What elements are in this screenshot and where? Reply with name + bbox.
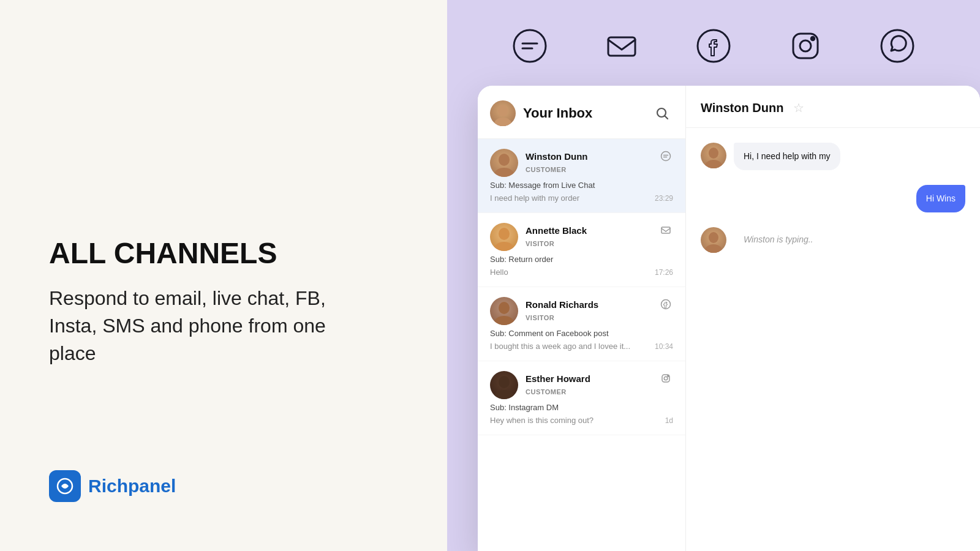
msg-avatar-typing (701, 227, 726, 253)
conv-subject-winston: Sub: Message from Live Chat (490, 181, 673, 190)
conv-info-esther: Esther Howard CUSTOMER (526, 371, 673, 397)
conv-avatar-ronald (490, 297, 518, 325)
svg-point-11 (499, 154, 510, 166)
conv-avatar-winston (490, 149, 518, 177)
conv-badge-winston: CUSTOMER (526, 166, 567, 173)
conv-item-ronald[interactable]: Ronald Richards VISITOR (478, 287, 685, 361)
svg-point-28 (705, 244, 722, 253)
conv-subject-ronald: Sub: Comment on Facebook post (490, 329, 673, 338)
conv-info-annette: Annette Black VISITOR (526, 223, 673, 249)
brand-logo-icon (55, 476, 75, 496)
facebook-channel-icon[interactable] (692, 24, 735, 67)
conv-preview-winston: I need help with my order (490, 193, 650, 203)
svg-rect-16 (662, 227, 670, 233)
conv-avatar-annette (490, 223, 518, 251)
brand: Richpanel (49, 470, 398, 502)
search-button[interactable] (651, 102, 673, 124)
svg-point-5 (800, 40, 811, 51)
conv-name-esther: Esther Howard (526, 373, 590, 384)
whatsapp-channel-icon[interactable] (876, 24, 919, 67)
left-content: ALL CHANNELS Respond to email, live chat… (49, 238, 398, 367)
brand-name: Richpanel (88, 476, 176, 497)
svg-point-21 (494, 390, 514, 399)
msg-avatar-winston (701, 143, 726, 168)
message-row-outgoing: Hi Wins (701, 185, 965, 212)
conv-channel-fb-icon (658, 297, 673, 312)
conv-time-annette: 17:26 (655, 268, 673, 277)
svg-point-20 (499, 376, 510, 388)
message-row-incoming: Hi, I need help with my (701, 143, 965, 170)
conv-time-winston: 23:29 (655, 194, 673, 203)
svg-point-13 (662, 152, 671, 161)
conv-preview-esther: Hey when is this coming out? (490, 416, 660, 425)
svg-point-3 (698, 30, 729, 62)
svg-point-8 (498, 105, 508, 116)
svg-point-17 (499, 302, 510, 314)
conv-channel-insta-icon (658, 371, 673, 386)
conv-time-ronald: 10:34 (655, 342, 673, 351)
conversation-list: Winston Dunn CUSTOMER S (478, 139, 685, 551)
typing-row: Winston is typing.. (701, 227, 965, 253)
svg-point-9 (494, 118, 511, 126)
msg-bubble-outgoing: Hi Wins (916, 185, 965, 212)
inbox-panel: Your Inbox (478, 86, 686, 551)
conv-name-ronald: Ronald Richards (526, 299, 598, 310)
conv-info-ronald: Ronald Richards VISITOR (526, 297, 673, 323)
conv-preview-annette: Hello (490, 268, 650, 277)
conv-item-annette[interactable]: Annette Black VISITOR S (478, 213, 685, 287)
headline: ALL CHANNELS (49, 238, 398, 270)
instagram-channel-icon[interactable] (784, 24, 827, 67)
conv-info-winston: Winston Dunn CUSTOMER (526, 149, 673, 174)
conv-badge-esther: CUSTOMER (526, 388, 567, 395)
channel-icons-row (447, 6, 980, 86)
svg-point-23 (664, 377, 668, 380)
app-mockup: Your Inbox (478, 86, 980, 551)
conv-subject-esther: Sub: Instagram DM (490, 403, 673, 412)
inbox-user-avatar (490, 100, 516, 126)
star-icon[interactable]: ☆ (793, 100, 804, 115)
conv-badge-ronald: VISITOR (526, 314, 554, 321)
typing-indicator: Winston is typing.. (734, 227, 823, 252)
svg-point-7 (881, 30, 913, 62)
svg-point-14 (499, 228, 510, 240)
subtext: Respond to email, live chat, FB, Insta, … (49, 285, 368, 367)
svg-point-24 (668, 375, 669, 377)
chat-panel: Winston Dunn ☆ Hi, I need help with my (686, 86, 980, 551)
inbox-header-left: Your Inbox (490, 100, 592, 126)
chat-contact-name: Winston Dunn (701, 101, 783, 115)
chat-messages: Hi, I need help with my Hi Wins (686, 128, 980, 551)
svg-point-25 (709, 148, 718, 159)
conv-preview-ronald: I bought this a week ago and I lovee it.… (490, 342, 650, 351)
chat-header: Winston Dunn ☆ (686, 86, 980, 128)
conv-avatar-esther (490, 371, 518, 399)
right-panel: Your Inbox (447, 0, 980, 551)
brand-logo (49, 470, 81, 502)
email-channel-icon[interactable] (600, 24, 643, 67)
svg-point-12 (494, 168, 514, 177)
svg-point-6 (811, 37, 815, 40)
conv-name-annette: Annette Black (526, 225, 587, 236)
msg-bubble-incoming: Hi, I need help with my (734, 143, 840, 170)
conv-time-esther: 1d (665, 416, 673, 425)
inbox-title: Your Inbox (523, 105, 592, 121)
conv-channel-chat-icon (658, 149, 673, 163)
svg-point-1 (514, 30, 546, 62)
svg-point-15 (494, 242, 514, 251)
conv-subject-annette: Sub: Return order (490, 255, 673, 264)
conv-channel-email-icon (658, 223, 673, 238)
svg-point-27 (709, 232, 718, 243)
inbox-header: Your Inbox (478, 86, 685, 139)
conv-item-winston[interactable]: Winston Dunn CUSTOMER S (478, 139, 685, 213)
conv-name-winston: Winston Dunn (526, 151, 588, 162)
svg-point-26 (705, 160, 722, 168)
conv-badge-annette: VISITOR (526, 240, 554, 247)
left-panel: ALL CHANNELS Respond to email, live chat… (0, 0, 447, 551)
chat-channel-icon[interactable] (508, 24, 551, 67)
svg-point-18 (494, 316, 514, 325)
svg-rect-2 (608, 37, 635, 56)
conv-item-esther[interactable]: Esther Howard CUSTOMER (478, 361, 685, 435)
